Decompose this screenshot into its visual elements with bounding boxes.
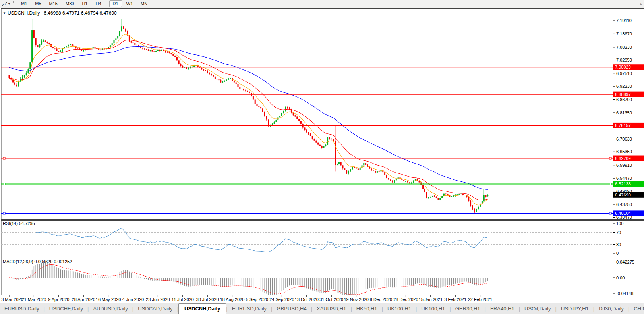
level-line-handle[interactable] xyxy=(609,157,611,159)
date-axis-label: 31 Oct 2020 xyxy=(319,297,343,302)
date-axis-label: 5 Sep 2020 xyxy=(246,297,268,302)
date-axis-label: 28 Dec 2020 xyxy=(393,297,418,302)
chart-tab-usdchf-daily[interactable]: USDCHF,Daily xyxy=(45,304,87,314)
chart-tab-china300-h1[interactable]: CHINA300,H1 xyxy=(629,304,644,314)
date-axis-label: 23 Jun 2020 xyxy=(146,297,170,302)
chart-tab-eurusd-daily[interactable]: EURUSD,Daily xyxy=(228,304,271,314)
date-axis-label: 22 Feb 2021 xyxy=(468,297,493,302)
date-axis-label: 9 Apr 2020 xyxy=(48,297,69,302)
chart-tab-xauusd-h1[interactable]: XAUUSD,H1 xyxy=(312,304,350,314)
date-axis-label: 21 Mar 2020 xyxy=(22,297,46,302)
price-axis-tick: 7.08230 xyxy=(616,45,632,50)
date-axis-label: 28 Apr 2020 xyxy=(72,297,95,302)
date-axis-label: 19 Nov 2020 xyxy=(344,297,368,302)
chart-tab-usoil-daily[interactable]: USOil,Daily xyxy=(520,304,555,314)
chart-symbol-period: USDCNH,Daily xyxy=(8,10,40,16)
price-axis-tick: 6.54470 xyxy=(616,176,632,181)
chart-tab-usdcad-daily[interactable]: USDCAD,Daily xyxy=(133,304,177,314)
level-price-badge-text: 6.52138 xyxy=(615,181,631,186)
price-axis-tick: 6.92230 xyxy=(616,84,632,89)
chart-tab-usdjpy-h1[interactable]: USDJPY,H1 xyxy=(557,304,593,314)
date-axis-label: 30 Jul 2020 xyxy=(196,297,219,302)
rsi-axis-tick: 0 xyxy=(616,251,619,256)
level-line-handle[interactable] xyxy=(609,212,611,214)
price-axis-tick: 6.97510 xyxy=(616,71,632,76)
chart-tab-dj30-daily[interactable]: DJ30,Daily xyxy=(594,304,628,314)
macd-axis-tick: 0.042275 xyxy=(616,260,634,264)
chart-tab-uk100-h1[interactable]: UK100,H1 xyxy=(417,304,449,314)
level-price-badge-text: 6.76157 xyxy=(615,123,631,128)
chart-tab-usdcnh-daily[interactable]: USDCNH,Daily xyxy=(178,303,226,314)
chart-tab-audusd-daily[interactable]: AUDUSD,Daily xyxy=(89,304,132,314)
rsi-axis-tick: 100 xyxy=(616,221,623,226)
level-line-handle[interactable] xyxy=(3,183,5,185)
chart-tab-ger30-h1[interactable]: GER30,H1 xyxy=(451,304,485,314)
date-axis-label: 11 Jul 2020 xyxy=(172,297,194,302)
chart-collapse-icon[interactable]: ▼ xyxy=(3,12,6,15)
price-axis-tick: 6.59910 xyxy=(616,163,632,168)
macd-axis-tick: 0.00 xyxy=(616,275,625,280)
chart-tab-fra40-h1[interactable]: FRA40,H1 xyxy=(486,304,519,314)
price-axis-tick: 6.65350 xyxy=(616,149,632,154)
date-axis-label: 24 Sep 2020 xyxy=(269,297,294,302)
rsi-indicator-label: RSI(14) 54.7295 xyxy=(3,221,35,226)
rsi-axis-tick: 30 xyxy=(616,242,621,247)
level-line-handle[interactable] xyxy=(609,183,611,185)
chart-tab-bar: EURUSD,Daily|USDCHF,Daily|AUDUSD,Daily|U… xyxy=(0,303,644,314)
date-axis-label: 18 Aug 2020 xyxy=(220,297,245,302)
level-price-badge-text: 7.00029 xyxy=(615,65,631,69)
chart-canvas[interactable]: 7.000296.888976.761576.627096.521386.401… xyxy=(0,0,644,303)
level-price-badge-text: 6.88897 xyxy=(615,92,631,97)
chart-ohlc-values: 6.46988 6.47971 6.46794 6.47690 xyxy=(44,10,117,16)
date-axis-label: 16 May 2020 xyxy=(96,297,121,302)
price-axis-tick: 6.43750 xyxy=(616,202,632,207)
level-line-handle[interactable] xyxy=(3,157,5,159)
date-axis: 3 Mar 202021 Mar 20209 Apr 202028 Apr 20… xyxy=(1,295,492,302)
chart-title: ▼USDCNH,Daily6.46988 6.47971 6.46794 6.4… xyxy=(3,10,117,16)
price-axis-tick: 6.86790 xyxy=(616,97,632,102)
rsi-axis-tick: 70 xyxy=(616,230,621,235)
chart-tab-uk100-h1[interactable]: UK100,H1 xyxy=(383,304,416,314)
date-axis-label: 4 Jun 2020 xyxy=(122,297,144,302)
price-axis-tick: 7.02950 xyxy=(616,58,632,62)
chart-frame xyxy=(1,9,644,295)
macd-axis-tick: -0.04148 xyxy=(616,291,633,296)
price-axis-tick: 6.38470 xyxy=(616,215,632,220)
date-axis-label: 3 Feb 2021 xyxy=(444,297,466,302)
price-axis-tick: 7.13670 xyxy=(616,31,632,36)
price-axis-tick: 6.81350 xyxy=(616,110,632,115)
level-line-handle[interactable] xyxy=(3,212,5,214)
price-axis-tick: 6.49190 xyxy=(616,189,632,194)
date-axis-label: 15 Jan 2021 xyxy=(419,297,443,302)
chart-tab-eurusd-daily[interactable]: EURUSD,Daily xyxy=(0,304,43,314)
chart-tab-hk50-h1[interactable]: HK50,H1 xyxy=(352,304,382,314)
price-axis-tick: 6.70630 xyxy=(616,137,632,141)
chart-tab-gbpusd-h4[interactable]: GBPUSD,H4 xyxy=(273,304,311,314)
price-axis-tick: 7.19110 xyxy=(616,18,632,23)
date-axis-label: 8 Dec 2020 xyxy=(370,297,392,302)
mt4-window: ▾ M1M5M15M30H1H4D1W1MN ▲ 7.000296.888976… xyxy=(0,0,644,314)
level-price-badge-text: 6.62709 xyxy=(615,156,631,161)
macd-indicator-label: MACD(12,26,9) 0.004629 0.001252 xyxy=(3,259,72,264)
date-axis-label: 3 Mar 2020 xyxy=(1,297,23,302)
date-axis-label: 13 Oct 2020 xyxy=(295,297,319,302)
